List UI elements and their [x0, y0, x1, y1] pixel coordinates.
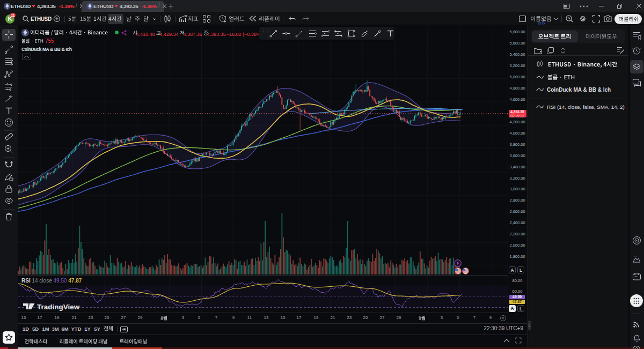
svg-text:TradingView: TradingView: [37, 303, 80, 311]
